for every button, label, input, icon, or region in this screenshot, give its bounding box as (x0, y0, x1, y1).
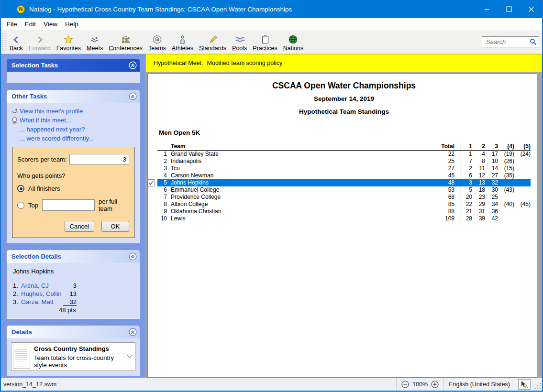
menu-help[interactable]: Help (61, 20, 82, 29)
hypothetical-meet-banner: Hypothetical Meet: Modified team scoring… (145, 54, 542, 72)
person-icon (179, 34, 186, 45)
selected-checkbox[interactable] (147, 179, 155, 186)
search-input[interactable] (485, 38, 530, 46)
report-thumbnail (13, 345, 30, 369)
details-panel: Details Cross Country Standings Team tot… (7, 326, 140, 376)
selection-details-panel: Selection Details Johns Hopkins 1. Arena… (7, 250, 140, 319)
points-total: 48 pts (59, 306, 133, 314)
athlete-row: 3. Garza, Matt 32 (13, 298, 133, 306)
ok-button[interactable]: OK (101, 221, 129, 232)
table-row[interactable]: 2Indianapolis257810(26) (157, 158, 531, 165)
zoom-in-icon[interactable] (431, 381, 439, 388)
link-view-meet-profile[interactable]: View this meet's profile (11, 107, 135, 116)
cancel-button[interactable]: Cancel (65, 221, 94, 232)
toolbar-button-forward[interactable]: Forward (26, 32, 54, 53)
top-n-option[interactable]: Top per full team (17, 198, 129, 212)
radio-all-finishers[interactable] (17, 185, 24, 192)
collapse-chevron-icon[interactable] (128, 61, 137, 70)
panel-title: Selection Details (11, 253, 61, 260)
toolbar-button-nations[interactable]: Nations (280, 32, 306, 53)
table-row[interactable]: 7Providence College68202325 (157, 194, 531, 201)
maximize-icon (506, 6, 512, 12)
selection-details-header[interactable]: Selection Details (7, 250, 140, 263)
toolbar-button-practices[interactable]: Practices (250, 32, 280, 53)
report-description: Team totals for cross-country style even… (34, 354, 126, 369)
link-what-if-meet[interactable]: What if this meet... (11, 116, 135, 125)
selection-tasks-header[interactable]: Selection Tasks (7, 59, 140, 72)
collapse-chevron-icon[interactable] (128, 92, 137, 101)
toolbar-button-back[interactable]: Back (7, 32, 26, 53)
athlete-link[interactable]: Garza, Matt (21, 298, 63, 305)
chevron-down-icon[interactable] (126, 355, 133, 359)
collapse-chevron-icon[interactable] (128, 328, 137, 337)
top-n-input[interactable] (42, 199, 95, 211)
table-row[interactable]: 1Grand Valley State221417(19)(24) (157, 151, 531, 158)
toolbar-button-conferences[interactable]: Conferences (106, 32, 145, 53)
event-title: Men Open 5K (159, 129, 531, 136)
toolbar-button-athletes[interactable]: Athletes (169, 32, 196, 53)
details-header[interactable]: Details (7, 326, 140, 338)
scorers-per-team-input[interactable] (69, 154, 129, 164)
table-header-row: Team Total 1 2 3 (4) (5) (157, 142, 531, 151)
table-row[interactable]: 4Carson Newman4561227(35) (157, 172, 531, 179)
other-tasks-panel: Other Tasks View this meet's profile Wha… (7, 90, 140, 243)
toolbar-button-teams[interactable]: Teams (145, 32, 169, 53)
table-row[interactable]: 6Emmanuel College5351830(43) (157, 186, 531, 194)
radio-top[interactable] (17, 202, 24, 209)
panel-title: Details (11, 328, 32, 336)
toolbar: Back Forward Favorites Meets Conferences… (1, 30, 542, 54)
bank-icon (121, 34, 131, 45)
collapse-chevron-icon[interactable] (128, 252, 137, 261)
forward-icon (35, 34, 44, 45)
athlete-row: 1. Arena, CJ 3 (13, 282, 133, 290)
zoom-control: 100% (396, 378, 443, 391)
table-row[interactable]: 9Oklahoma Christian88213136 (157, 208, 531, 215)
table-row[interactable]: 3Tcu2721114(15) (157, 165, 531, 172)
statusbar: version_14_12.swm 100% English (United S… (1, 378, 542, 392)
circled-building-icon (153, 34, 162, 45)
meet-date: September 14, 2019 (157, 95, 531, 102)
table-row[interactable]: 8Albion College85222934(40)(45) (157, 201, 531, 208)
maximize-button[interactable] (498, 0, 520, 18)
close-button[interactable] (520, 0, 542, 18)
banner-value: Modified team scoring policy (207, 60, 283, 66)
table-row-selected[interactable]: 5Johns Hopkins4831332 (157, 179, 531, 186)
table-row[interactable]: 10Lewis109283942 (157, 215, 531, 222)
app-icon: N (17, 5, 25, 13)
titlebar: N Natalog - Hypothetical Cross Country T… (1, 0, 542, 18)
menu-view[interactable]: View (40, 20, 61, 29)
back-icon (12, 34, 21, 45)
toolbar-button-standards[interactable]: Standards (196, 32, 229, 53)
search-box[interactable] (482, 36, 539, 47)
all-finishers-option[interactable]: All finishers (17, 185, 129, 192)
athlete-link[interactable]: Hughes, Collin (21, 290, 63, 297)
selected-team-name: Johns Hopkins (13, 268, 133, 275)
minimize-button[interactable] (476, 0, 498, 18)
panel-title: Selection Tasks (11, 62, 58, 69)
scorers-per-team-label: Scorers per team: (17, 156, 66, 163)
minimize-icon (484, 6, 490, 12)
toolbar-button-favorites[interactable]: Favorites (54, 32, 84, 53)
star-icon (64, 34, 73, 45)
select-mode-button[interactable]: A (515, 378, 533, 391)
check-icon (148, 180, 154, 185)
language-indicator[interactable]: English (United States) (443, 378, 515, 391)
link-happened-next-year[interactable]: ... happened next year? (11, 125, 135, 134)
link-scored-differently[interactable]: ... were scored differently... (11, 134, 135, 143)
main-area: Hypothetical Meet: Modified team scoring… (145, 54, 542, 378)
standings-table: Team Total 1 2 3 (4) (5) 1Grand Valley S… (157, 142, 531, 222)
swimmer-icon (11, 108, 20, 114)
report-type-selector[interactable]: Cross Country Standings Team totals for … (11, 342, 135, 371)
menu-edit[interactable]: Edit (21, 20, 40, 29)
scoring-policy-form: Scorers per team: Who gets points? All f… (12, 147, 134, 238)
menu-file[interactable]: File (3, 20, 21, 29)
meet-title: CSCAA Open Water Championships (157, 81, 531, 91)
athlete-link[interactable]: Arena, CJ (21, 282, 63, 289)
task-sidebar: Selection Tasks Other Tasks (1, 54, 145, 378)
toolbar-button-meets[interactable]: Meets (84, 32, 106, 53)
other-tasks-header[interactable]: Other Tasks (7, 90, 140, 103)
standings-document: CSCAA Open Water Championships September… (147, 74, 537, 378)
zoom-out-icon[interactable] (401, 381, 409, 388)
toolbar-button-pools[interactable]: Pools (229, 32, 250, 53)
resize-grip[interactable] (533, 378, 542, 391)
